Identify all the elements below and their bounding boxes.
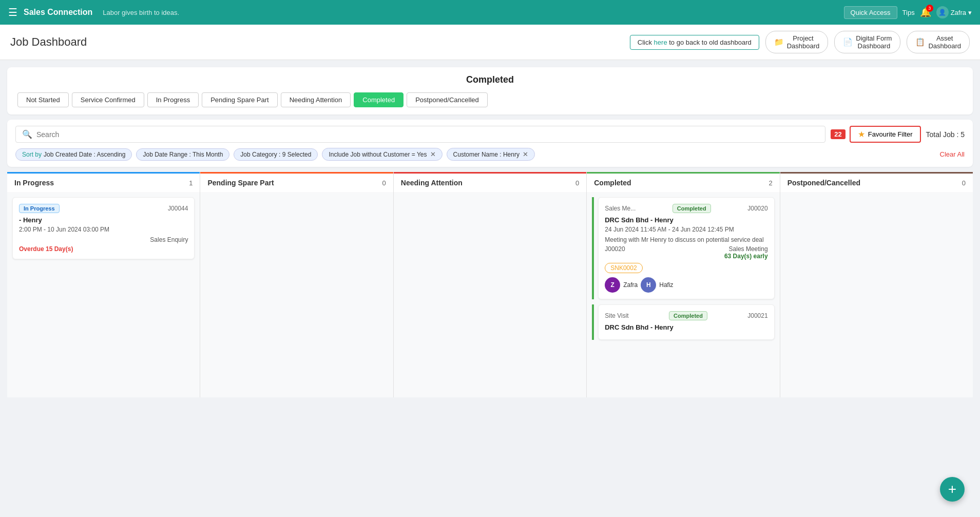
kanban-col-completed: Completed 2 Sales Me... Completed J00020… [587, 172, 780, 397]
chevron-down-icon: ▾ [968, 9, 972, 16]
job-cat-j00020: Sales Meeting [729, 245, 768, 253]
user-icon: 👤 [936, 6, 949, 18]
search-icon: 🔍 [22, 129, 32, 139]
kanban-col-pending: Pending Spare Part 0 [200, 172, 393, 397]
kanban-col-inprogress-header: In Progress 1 [7, 172, 200, 192]
page-title: Job Dashboard [10, 35, 87, 49]
remove-customer-name-icon[interactable]: ✕ [523, 150, 528, 158]
back-to-old-dashboard[interactable]: Click here to go back to old dashboard [630, 35, 759, 50]
col-pending-title: Pending Spare Part [207, 179, 274, 187]
col-needing-count: 0 [575, 179, 579, 187]
kanban-col-completed-body: Sales Me... Completed J00020 DRC Sdn Bhd… [587, 192, 779, 397]
clear-all-button[interactable]: Clear All [940, 150, 965, 158]
tab-pending-spare-part[interactable]: Pending Spare Part [202, 92, 277, 107]
filter-bar: 🔍 22 ★ Favourite Filter Total Job : 5 So… [7, 120, 973, 167]
tab-service-confirmed[interactable]: Service Confirmed [72, 92, 144, 107]
remove-include-customer-icon[interactable]: ✕ [430, 150, 436, 158]
col-needing-title: Needing Attention [401, 179, 463, 187]
job-snk-j00020: SNK0002 [605, 260, 767, 273]
tab-not-started[interactable]: Not Started [17, 92, 69, 107]
project-dashboard-button[interactable]: 📁 ProjectDashboard [765, 31, 829, 53]
digital-form-dashboard-button[interactable]: 📄 Digital FormDashboard [834, 31, 900, 53]
add-job-fab[interactable]: + [940, 477, 965, 502]
job-time-j00044: 2:00 PM - 10 Jun 2024 03:00 PM [19, 226, 188, 233]
job-card-j00021-top: Site Visit Completed J00021 [605, 311, 767, 320]
avatar-hafiz-name: Hafiz [659, 281, 673, 289]
kanban-col-postponed-body [780, 192, 973, 397]
kanban-col-needing-header: Needing Attention 0 [394, 172, 586, 192]
kanban-col-pending-body [200, 192, 393, 397]
job-card-j00021[interactable]: Site Visit Completed J00021 DRC Sdn Bhd … [598, 304, 774, 340]
back-link-anchor[interactable]: here [654, 39, 667, 46]
back-text: Click [638, 39, 654, 46]
completed-card-border-j00020: Sales Me... Completed J00020 DRC Sdn Bhd… [592, 197, 774, 299]
job-card-j00020[interactable]: Sales Me... Completed J00020 DRC Sdn Bhd… [598, 197, 774, 299]
quick-access-button[interactable]: Quick Access [844, 6, 897, 19]
favourite-filter-button[interactable]: ★ Favourite Filter [850, 126, 921, 143]
notification-bell[interactable]: 🔔 3 [920, 7, 931, 18]
completed-card-border-j00021: Site Visit Completed J00021 DRC Sdn Bhd … [592, 304, 774, 340]
notification-badge: 3 [926, 5, 933, 12]
avatar-zafra-name: Zafra [623, 281, 638, 289]
col-completed-title: Completed [594, 179, 631, 187]
col-inprogress-count: 1 [189, 179, 193, 187]
brand-name: Sales Connection [24, 8, 92, 17]
job-card-j00020-top: Sales Me... Completed J00020 [605, 204, 767, 213]
kanban-board: In Progress 1 In Progress J00044 - Henry… [7, 172, 973, 397]
col-inprogress-title: In Progress [14, 179, 54, 187]
sort-by-value: Job Created Date : Ascending [44, 151, 125, 158]
job-category-label-j00020: Sales Me... [605, 205, 636, 212]
project-dashboard-label: ProjectDashboard [787, 34, 820, 50]
brand-tagline: Labor gives birth to ideas. [103, 9, 179, 16]
asset-icon: 📋 [915, 37, 925, 47]
job-desc-j00020: Meeting with Mr Henry to discuss on pote… [605, 236, 767, 243]
filter-tag-sort[interactable]: Sort by Job Created Date : Ascending [15, 148, 132, 161]
menu-icon[interactable]: ☰ [8, 6, 17, 18]
header-actions: Click here to go back to old dashboard 📁… [630, 31, 970, 53]
kanban-col-completed-header: Completed 2 [587, 172, 779, 192]
job-time-j00020: 24 Jun 2024 11:45 AM - 24 Jun 2024 12:45… [605, 226, 767, 233]
asset-dashboard-label: AssetDashboard [928, 34, 961, 50]
tips-link[interactable]: Tips [902, 9, 915, 16]
job-overdue-j00044: Overdue 15 Day(s) [19, 245, 188, 253]
job-client-j00020: DRC Sdn Bhd - Henry [605, 216, 767, 224]
search-row: 🔍 22 ★ Favourite Filter Total Job : 5 [15, 126, 965, 143]
job-id-j00020: J00020 [605, 245, 625, 253]
tab-needing-attention[interactable]: Needing Attention [281, 92, 351, 107]
search-box[interactable]: 🔍 [15, 126, 825, 143]
topnav-right: Quick Access Tips 🔔 3 👤 Zafra ▾ [844, 6, 972, 19]
filter-tag-customer-name[interactable]: Customer Name : Henry ✕ [447, 148, 535, 161]
job-client-j00044: - Henry [19, 216, 188, 224]
job-number-j00020: J00020 [747, 205, 767, 212]
filter-tag-date-range[interactable]: Job Date Range : This Month [136, 148, 229, 161]
star-icon: ★ [858, 129, 865, 139]
avatar-zafra: Z [605, 277, 620, 293]
job-card-j00044[interactable]: In Progress J00044 - Henry 2:00 PM - 10 … [12, 197, 195, 259]
filter-tags: Sort by Job Created Date : Ascending Job… [15, 148, 965, 161]
col-postponed-count: 0 [962, 179, 966, 187]
topnav: ☰ Sales Connection Labor gives birth to … [0, 0, 980, 25]
job-card-j00044-top: In Progress J00044 [19, 204, 188, 213]
job-number-j00044: J00044 [168, 205, 188, 212]
asset-dashboard-button[interactable]: 📋 AssetDashboard [907, 31, 970, 53]
job-status-badge-completed-j00021: Completed [669, 311, 707, 320]
kanban-col-postponed: Postponed/Cancelled 0 [780, 172, 973, 397]
kanban-col-pending-header: Pending Spare Part 0 [200, 172, 393, 192]
avatar-hafiz: H [641, 277, 656, 293]
kanban-col-needing: Needing Attention 0 [394, 172, 587, 397]
digital-form-label: Digital FormDashboard [856, 34, 892, 50]
total-job-count: Total Job : 5 [926, 130, 965, 139]
job-category-j00044: Sales Enquiry [19, 236, 188, 243]
tab-postponed-cancelled[interactable]: Postponed/Cancelled [407, 92, 488, 107]
col-postponed-title: Postponed/Cancelled [787, 179, 860, 187]
tab-in-progress[interactable]: In Progress [147, 92, 199, 107]
back-suffix: to go back to old dashboard [667, 39, 752, 46]
tab-completed[interactable]: Completed [354, 92, 403, 107]
filter-tag-category[interactable]: Job Category : 9 Selected [234, 148, 318, 161]
filter-tag-include-customer[interactable]: Include Job without Customer = Yes ✕ [322, 148, 442, 161]
search-input[interactable] [36, 130, 819, 139]
job-id-row-j00020: J00020 Sales Meeting [605, 245, 767, 253]
status-section: Completed Not Started Service Confirmed … [7, 67, 973, 114]
user-menu[interactable]: 👤 Zafra ▾ [936, 6, 972, 18]
job-status-badge-completed-j00020: Completed [672, 204, 711, 213]
